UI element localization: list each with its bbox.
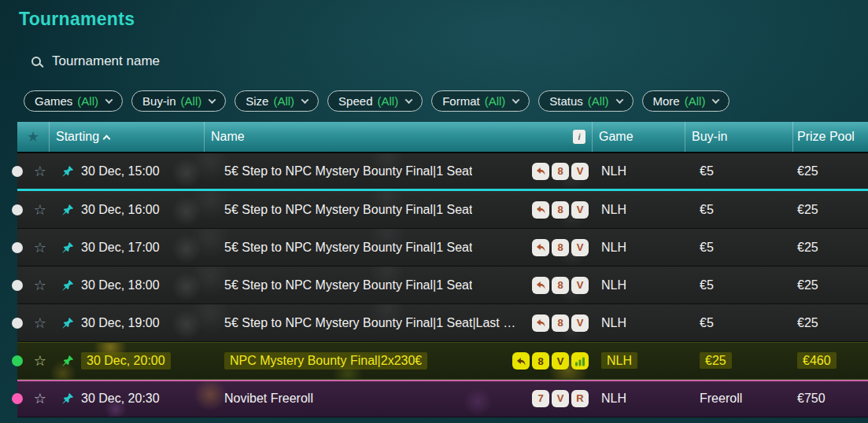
table-row[interactable]: ☆ 30 Dec, 17:00 5€ Step to NPC Mystery B…: [17, 229, 868, 267]
filter-more-dropdown[interactable]: More (All): [642, 90, 730, 112]
search-icon: [31, 57, 41, 66]
badge-v: V: [552, 352, 569, 370]
chevron-down-icon: [615, 96, 623, 104]
filter-label: Games: [35, 94, 72, 108]
header-game[interactable]: Game: [592, 122, 685, 152]
prize-pool-value: €750: [797, 392, 826, 405]
badge-r: R: [571, 390, 589, 407]
header-buyin[interactable]: Buy-in: [685, 122, 792, 152]
status-dot: [12, 166, 23, 177]
prize-pool-value: €25: [797, 241, 818, 254]
favorite-star-icon[interactable]: ☆: [34, 316, 46, 330]
buyin-value: €5: [700, 203, 714, 216]
favorite-star-icon[interactable]: ☆: [34, 278, 46, 292]
pin-icon: [61, 165, 74, 178]
starting-time: 30 Dec, 15:00: [81, 164, 160, 178]
filter-label: Speed: [338, 94, 372, 108]
table-row[interactable]: ☆ 30 Dec, 20:00 NPC Mystery Bounty Final…: [17, 342, 868, 380]
chevron-down-icon: [405, 96, 413, 104]
status-dot: [12, 355, 23, 366]
filter-buyin-dropdown[interactable]: Buy-in (All): [131, 90, 226, 112]
badge-v: V: [571, 277, 589, 294]
header-favorite-column[interactable]: ★: [17, 122, 49, 152]
buyin-value: €5: [700, 241, 714, 254]
filter-games-dropdown[interactable]: Games (All): [24, 90, 123, 112]
starting-time: 30 Dec, 18:00: [81, 278, 160, 292]
filter-label: More: [653, 94, 680, 108]
tournament-name: NPC Mystery Bounty Final|2x230€: [224, 352, 427, 370]
badge-v: V: [571, 314, 589, 332]
badge-reentry-icon: [512, 352, 530, 370]
sort-ascending-icon: [103, 134, 111, 142]
game-type: NLH: [601, 164, 626, 178]
starting-time: 30 Dec, 19:00: [81, 316, 160, 330]
badge-bars-icon: [571, 352, 589, 370]
table-row[interactable]: ☆ 30 Dec, 18:00 5€ Step to NPC Mystery B…: [17, 267, 868, 304]
game-type: NLH: [601, 203, 626, 216]
tournament-name: 5€ Step to NPC Mystery Bounty Final|1 Se…: [224, 241, 472, 255]
badge-group: 8V: [526, 314, 589, 332]
favorite-star-icon[interactable]: ☆: [34, 392, 46, 406]
starting-time: 30 Dec, 17:00: [81, 241, 160, 255]
filter-selected-value: (All): [588, 94, 609, 108]
badge-8: 8: [552, 201, 569, 219]
table-row[interactable]: ☆ 30 Dec, 16:00 5€ Step to NPC Mystery B…: [17, 191, 868, 229]
status-dot: [12, 280, 23, 291]
pin-icon: [61, 241, 74, 254]
table-header: ★ Starting Name i Game Buy-in Prize Pool: [17, 122, 868, 153]
badge-group: 8V: [526, 201, 589, 219]
badge-group: 8V: [526, 163, 589, 180]
status-dot: [12, 204, 23, 215]
filter-selected-value: (All): [77, 94, 98, 108]
badge-reentry-icon: [532, 314, 549, 332]
chevron-down-icon: [301, 96, 309, 104]
tournament-name: 5€ Step to NPC Mystery Bounty Final|1 Se…: [224, 316, 515, 330]
table-row[interactable]: ☆ 30 Dec, 19:00 5€ Step to NPC Mystery B…: [17, 304, 868, 342]
status-dot: [12, 393, 23, 404]
buyin-value: €25: [700, 352, 732, 369]
badge-group: 8V: [526, 277, 589, 294]
favorite-star-icon[interactable]: ☆: [34, 241, 46, 255]
game-type: NLH: [601, 241, 626, 254]
favorite-star-icon[interactable]: ☆: [34, 354, 46, 368]
status-dot: [12, 242, 23, 253]
badge-8: 8: [552, 277, 569, 294]
table-row[interactable]: ☆ 30 Dec, 20:30 Novibet Freeroll 7VR NLH…: [17, 380, 868, 417]
badge-8: 8: [552, 314, 569, 332]
tournament-name: 5€ Step to NPC Mystery Bounty Final|1 Se…: [224, 164, 472, 178]
tournament-name: 5€ Step to NPC Mystery Bounty Final|1 Se…: [224, 278, 472, 292]
table-body: ☆ 30 Dec, 15:00 5€ Step to NPC Mystery B…: [17, 153, 868, 417]
favorite-star-icon[interactable]: ☆: [34, 164, 46, 178]
header-starting[interactable]: Starting: [49, 122, 204, 152]
game-type: NLH: [601, 392, 626, 405]
filter-size-dropdown[interactable]: Size (All): [235, 90, 319, 112]
star-filled-icon: ★: [27, 128, 39, 145]
buyin-value: €5: [700, 278, 714, 292]
filter-selected-value: (All): [685, 94, 706, 108]
filter-bar: Games (All) Buy-in (All) Size (All) Spee…: [24, 90, 868, 112]
info-icon[interactable]: i: [573, 130, 585, 144]
pin-icon: [61, 355, 74, 367]
favorite-star-icon[interactable]: ☆: [34, 203, 46, 217]
header-prize-pool[interactable]: Prize Pool: [792, 122, 868, 152]
table-row[interactable]: ☆ 30 Dec, 15:00 5€ Step to NPC Mystery B…: [17, 153, 868, 191]
filter-label: Buy-in: [142, 94, 176, 108]
filter-selected-value: (All): [485, 94, 506, 108]
starting-time: 30 Dec, 16:00: [81, 203, 160, 217]
header-name[interactable]: Name i: [204, 122, 592, 152]
chevron-down-icon: [209, 96, 216, 104]
badge-v: V: [571, 163, 589, 180]
pin-icon: [61, 392, 74, 405]
buyin-value: €5: [700, 316, 714, 329]
chevron-down-icon: [712, 96, 720, 104]
badge-group: 8V: [506, 352, 589, 370]
filter-status-dropdown[interactable]: Status (All): [538, 90, 633, 112]
filter-speed-dropdown[interactable]: Speed (All): [327, 90, 423, 112]
badge-v: V: [571, 239, 589, 256]
filter-format-dropdown[interactable]: Format (All): [431, 90, 530, 112]
badge-group: 7VR: [526, 390, 589, 407]
starting-time: 30 Dec, 20:00: [81, 352, 171, 370]
pin-icon: [61, 279, 74, 292]
search-input[interactable]: [52, 53, 382, 69]
badge-group: 8V: [526, 239, 589, 256]
